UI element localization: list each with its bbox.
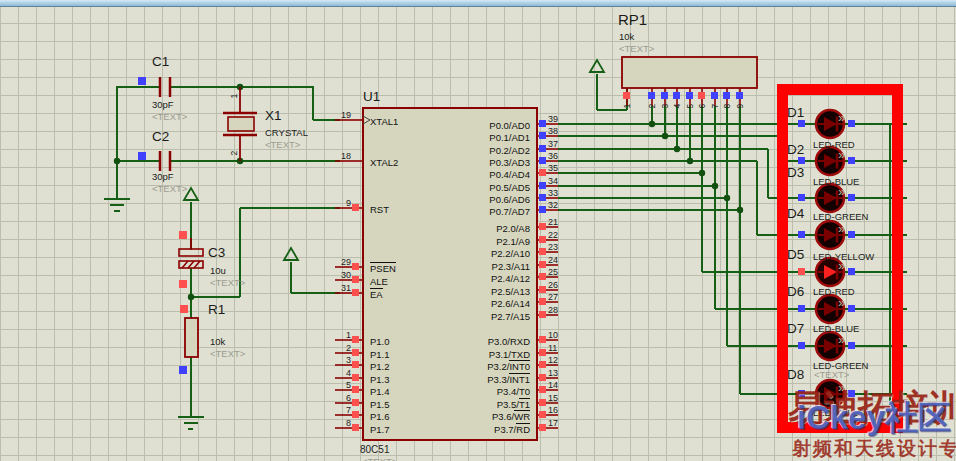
- mcu-u1[interactable]: [363, 108, 537, 440]
- rp1-pin-state-square: [673, 92, 680, 99]
- c3-top-state-square: [179, 231, 187, 239]
- c3-bottom-state-square: [179, 280, 187, 288]
- led-cathode-state-square: [848, 342, 855, 349]
- led-cathode-state-square: [848, 390, 855, 397]
- led-anode-state-square: [798, 231, 805, 238]
- u1-pin-state-square: [539, 273, 546, 280]
- u1-pin-state-square: [352, 374, 359, 381]
- rp1-pin-state-square: [736, 92, 743, 99]
- u1-pin-state-square: [539, 120, 546, 127]
- c2-state-square: [138, 152, 146, 160]
- u1-pin-state-square: [539, 349, 546, 356]
- u1-pin-state-square: [539, 182, 546, 189]
- led-cathode-state-square: [848, 120, 855, 127]
- u1-pin-state-square: [539, 236, 546, 243]
- schematic-graphics: [0, 0, 956, 461]
- u1-pin-state-square: [539, 286, 546, 293]
- rp1-pin-state-square: [686, 92, 693, 99]
- u1-pin-state-square: [539, 386, 546, 393]
- highlight-frame: [783, 90, 898, 428]
- window-titlebar-edge: [0, 0, 956, 7]
- u1-pin-state-square: [539, 374, 546, 381]
- led-anode-state-square: [798, 120, 805, 127]
- rp1-pin-state-square: [711, 92, 718, 99]
- led-anode-state-square: [798, 390, 805, 397]
- led-anode-state-square: [798, 157, 805, 164]
- led-cathode-state-square: [848, 268, 855, 275]
- led-D2[interactable]: [816, 147, 844, 175]
- capacitor-c1[interactable]: [160, 77, 170, 97]
- u1-pin-state-square: [539, 424, 546, 431]
- u1-pin-state-square: [539, 169, 546, 176]
- led-D4[interactable]: [816, 221, 844, 249]
- led-D8[interactable]: [816, 380, 844, 408]
- u1-pin-state-square: [539, 206, 546, 213]
- u1-pin-state-square: [352, 263, 359, 270]
- u1-pin-state-square: [352, 399, 359, 406]
- u1-pin-state-square: [352, 276, 359, 283]
- capacitor-c2[interactable]: [160, 151, 170, 171]
- u1-pin-state-square: [539, 223, 546, 230]
- proteus-schematic-window: { "window": {"titlebar": "schematic-edit…: [0, 0, 956, 461]
- u1-pin-state-square: [539, 361, 546, 368]
- c1-state-square: [138, 77, 146, 85]
- led-anode-state-square: [798, 342, 805, 349]
- u1-pin-state-square: [539, 132, 546, 139]
- led-cathode-state-square: [848, 157, 855, 164]
- crystal-x1[interactable]: [223, 87, 257, 161]
- rp1-pin-state-square: [698, 92, 705, 99]
- led-anode-state-square: [798, 305, 805, 312]
- u1-pin-state-square: [539, 194, 546, 201]
- u1-pin-state-square: [539, 298, 546, 305]
- u1-pin-state-square: [539, 411, 546, 418]
- u1-pin-state-square: [352, 336, 359, 343]
- u1-pin-state-square: [539, 157, 546, 164]
- u1-pin-state-square: [539, 311, 546, 318]
- rp1-pin-state-square: [623, 92, 630, 99]
- u1-pin-state-square: [539, 248, 546, 255]
- u1-pin-state-square: [539, 336, 546, 343]
- led-cathode-state-square: [848, 305, 855, 312]
- u1-pin-state-square: [352, 424, 359, 431]
- resistor-pack-rp1[interactable]: [622, 57, 757, 88]
- u1-pin-state-square: [539, 399, 546, 406]
- led-D3[interactable]: [816, 184, 844, 212]
- u1-pin-state-square: [352, 204, 359, 211]
- u1-pin-state-square: [352, 361, 359, 368]
- led-cathode-state-square: [848, 231, 855, 238]
- led-anode-state-square: [798, 194, 805, 201]
- u1-pin-state-square: [352, 349, 359, 356]
- u1-pin-state-square: [352, 411, 359, 418]
- led-cathode-state-square: [848, 194, 855, 201]
- ground-symbol[interactable]: [104, 199, 204, 429]
- r1-bottom-state-square: [179, 366, 187, 374]
- capacitor-c3[interactable]: [179, 238, 203, 268]
- led-anode-state-square: [798, 268, 805, 275]
- resistor-r1[interactable]: [185, 318, 198, 357]
- u1-pin-state-square: [352, 386, 359, 393]
- rp1-pin-state-square: [723, 92, 730, 99]
- led-D6[interactable]: [816, 295, 844, 323]
- rp1-pin-state-square: [661, 92, 668, 99]
- u1-pin-state-square: [539, 145, 546, 152]
- u1-pin-state-square: [352, 289, 359, 296]
- led-D7[interactable]: [816, 332, 844, 360]
- r1-top-state-square: [180, 305, 188, 313]
- led-D5[interactable]: [816, 258, 844, 286]
- rp1-pin-state-square: [648, 92, 655, 99]
- led-D1[interactable]: [816, 110, 844, 138]
- u1-pin-state-square: [539, 261, 546, 268]
